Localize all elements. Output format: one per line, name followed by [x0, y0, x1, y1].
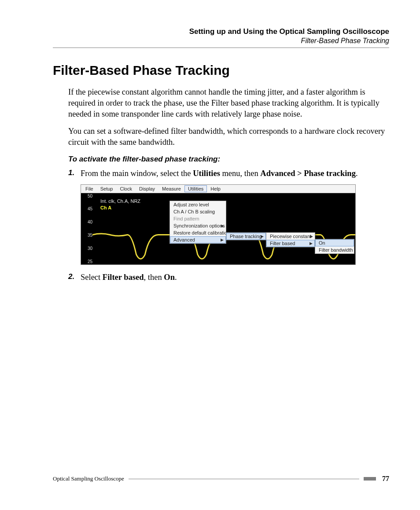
submenu-arrow-icon: ▶	[221, 224, 224, 228]
overlay-signal-label: Int. clk, Ch.A, NRZ	[100, 198, 140, 204]
chapter-title: Setting up and Using the Optical Samplin…	[53, 27, 389, 36]
advanced-dropdown: Phase tracking ▶	[226, 232, 266, 240]
menu-display[interactable]: Display	[136, 185, 158, 192]
menu-item-cha-chb-scaling[interactable]: Ch A / Ch B scaling	[170, 208, 226, 215]
menu-utilities[interactable]: Utilities	[184, 185, 207, 192]
menu-clock[interactable]: Clock	[116, 185, 136, 192]
app-screenshot: File Setup Clock Display Measure Utiliti…	[81, 184, 356, 265]
section-heading: Filter-Based Phase Tracking	[53, 63, 389, 78]
menu-item-on[interactable]: On	[315, 239, 354, 246]
menu-file[interactable]: File	[82, 185, 97, 192]
menu-item-adjust-zero-level[interactable]: Adjust zero level	[170, 201, 226, 208]
submenu-arrow-icon: ▶	[309, 241, 313, 246]
submenu-arrow-icon: ▶	[261, 234, 264, 238]
page-footer: Optical Sampling Oscilloscope 77	[53, 475, 389, 483]
paragraph-1: If the piecewise constant algorithm cann…	[53, 87, 389, 120]
step-2-text: Select Filter based, then On.	[81, 272, 389, 283]
header-rule	[53, 48, 389, 48]
menu-help[interactable]: Help	[207, 185, 224, 192]
menu-item-find-pattern: Find pattern	[170, 215, 226, 222]
filter-based-dropdown: On Filter bandwidth	[315, 239, 354, 254]
menu-item-filter-based[interactable]: Filter based ▶	[266, 240, 315, 247]
menu-item-filter-bandwidth[interactable]: Filter bandwidth	[315, 246, 354, 253]
utilities-dropdown: Adjust zero level Ch A / Ch B scaling Fi…	[169, 201, 226, 244]
menu-item-restore-default-calibration[interactable]: Restore default calibration	[170, 229, 226, 236]
step-1-number: 1.	[68, 168, 81, 179]
step-2: 2. Select Filter based, then On.	[68, 272, 389, 283]
page-number: 77	[376, 475, 389, 483]
chapter-subtitle: Filter-Based Phase Tracking	[53, 37, 389, 45]
footer-rule	[129, 479, 359, 479]
menu-item-phase-tracking[interactable]: Phase tracking ▶	[226, 233, 266, 240]
plot-overlay-text: Int. clk, Ch.A, NRZ Ch A	[100, 198, 140, 210]
footer-endcap	[364, 477, 376, 481]
footer-title: Optical Sampling Oscilloscope	[53, 475, 129, 482]
instruction-heading: To activate the filter-based phase track…	[53, 155, 389, 164]
oscilloscope-plot: 50 45 40 35 30 25 (mW) Int. clk, Ch.A, N…	[81, 193, 355, 264]
submenu-arrow-icon: ▶	[310, 234, 313, 238]
step-2-number: 2.	[68, 272, 81, 283]
paragraph-2: You can set a software-defined filter ba…	[53, 126, 389, 148]
y-axis-ticks: 50 45 40 35 30 25	[83, 193, 92, 264]
app-menubar: File Setup Clock Display Measure Utiliti…	[81, 185, 355, 193]
menu-setup[interactable]: Setup	[97, 185, 117, 192]
step-1: 1. From the main window, select the Util…	[68, 168, 389, 179]
step-1-text: From the main window, select the Utiliti…	[81, 168, 389, 179]
menu-item-synchronization-options[interactable]: Synchronization options ▶	[170, 222, 226, 229]
overlay-channel-label: Ch A	[100, 205, 140, 210]
submenu-arrow-icon: ▶	[221, 238, 224, 242]
menu-measure[interactable]: Measure	[158, 185, 184, 192]
menu-item-piecewise-constant[interactable]: Piecewise constant ▶	[266, 233, 315, 240]
menu-item-advanced[interactable]: Advanced ▶	[170, 236, 226, 243]
phase-tracking-dropdown: Piecewise constant ▶ Filter based ▶	[266, 232, 315, 247]
